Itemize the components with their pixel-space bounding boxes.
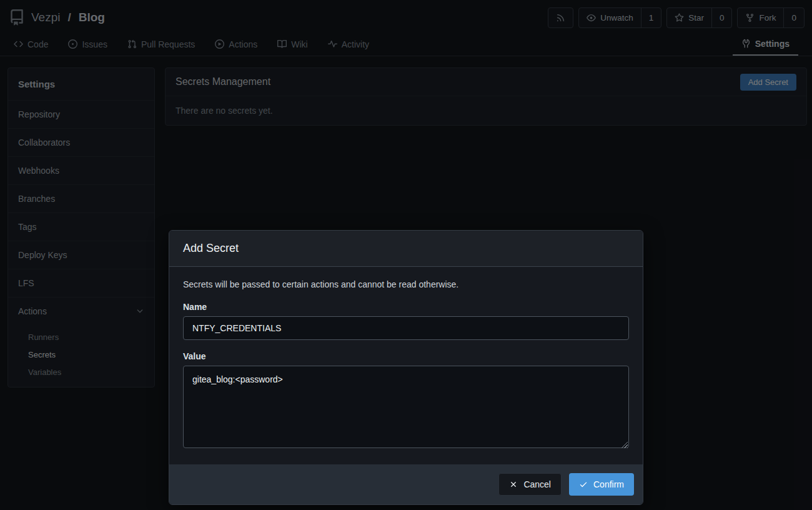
x-icon (509, 480, 518, 489)
secret-name-input[interactable] (183, 316, 629, 340)
modal-description: Secrets will be passed to certain action… (183, 278, 629, 291)
confirm-button[interactable]: Confirm (569, 473, 634, 496)
check-icon (579, 480, 588, 489)
cancel-button[interactable]: Cancel (498, 473, 562, 496)
cancel-button-label: Cancel (523, 479, 551, 489)
modal-footer: Cancel Confirm (169, 464, 643, 504)
confirm-button-label: Confirm (593, 479, 624, 489)
name-field-label: Name (183, 301, 629, 313)
modal-title: Add Secret (183, 242, 629, 255)
modal-body: Secrets will be passed to certain action… (169, 267, 643, 464)
value-field-label: Value (183, 350, 629, 362)
add-secret-modal: Add Secret Secrets will be passed to cer… (169, 230, 643, 505)
modal-header: Add Secret (169, 231, 643, 267)
secret-value-textarea[interactable]: gitea_blog:<password> (183, 366, 629, 448)
